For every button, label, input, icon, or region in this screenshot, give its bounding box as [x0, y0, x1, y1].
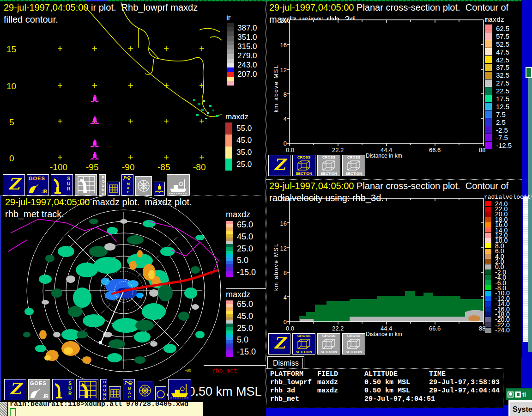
- zeb-z-glyph: Z: [269, 155, 290, 174]
- cross-section-button-active[interactable]: CROSS SECTION: [292, 155, 315, 176]
- buoy-markers: [90, 95, 99, 159]
- terminal-window[interactable]: rain:beaurait:118>xdump.all 970728.0405.…: [0, 401, 203, 416]
- zeb-z-glyph: Z: [269, 334, 290, 352]
- xs1-ytick-20: 20: [275, 17, 287, 24]
- zeb-logo-button[interactable]: Z: [268, 333, 290, 355]
- ship-button[interactable]: [167, 174, 190, 196]
- xs2-ytick-20: 20: [275, 196, 287, 202]
- cube-icon: [347, 160, 361, 171]
- lon-tick-90: -90: [122, 162, 134, 172]
- terminal-scrollbar[interactable]: [0, 402, 8, 416]
- background-window-edge: [528, 69, 532, 352]
- grid-button[interactable]: [108, 182, 120, 196]
- ppi-colorbar1-labels: 65.045.025.05.0-15.0: [237, 220, 256, 277]
- xs2-xtick-22: 22.2: [332, 325, 344, 332]
- lon-tick-100: -100: [50, 162, 67, 172]
- dismiss-button[interactable]: Dismiss: [269, 358, 303, 369]
- cross-section-button[interactable]: CROSS SECTION: [342, 333, 365, 355]
- zeb-logo-button[interactable]: Z: [3, 174, 25, 196]
- radar-antenna-icon: [54, 380, 66, 399]
- sur-label: SUR: [67, 381, 73, 396]
- radar-web-icon: [136, 177, 151, 195]
- cross-section-button[interactable]: CROSS SECTION: [317, 333, 340, 355]
- map-button[interactable]: MAP: [123, 379, 135, 400]
- sur-button[interactable]: SUR: [52, 379, 74, 400]
- desktop: { "shared": { "timestamp": "29-jul-1997,…: [0, 0, 532, 416]
- window-ir-map: 29-jul-1997,04:05:00 ir plot. Rhb_lowprf…: [0, 1, 266, 196]
- goes-ir-button[interactable]: GOES .IR: [28, 379, 50, 400]
- ir-map-canvas[interactable]: [0, 1, 222, 173]
- cross-section-button-active[interactable]: CROSS SECTION: [292, 333, 315, 355]
- buoy-button[interactable]: [154, 182, 165, 196]
- xs2-ytick-0: 0: [275, 318, 287, 325]
- zeb-logo-button[interactable]: Z: [4, 379, 26, 400]
- platform-info-window: PLATFORM FIELD ALTITUDE TIME rhb_lowprf …: [266, 368, 503, 408]
- sur-button[interactable]: SUR: [51, 174, 73, 196]
- ship-track-endpoint: [99, 341, 102, 344]
- bounds-button[interactable]: BOUNDS: [100, 379, 107, 400]
- ppi-colorbar2-title: maxdz: [226, 288, 266, 300]
- lat-tick-0: 0: [9, 153, 14, 164]
- ship-icon: [167, 175, 189, 195]
- window-xsection-radialvelocity: 29-jul-1997,04:05:00 Planar cross-sectio…: [266, 179, 522, 357]
- terminal-cursor: [10, 408, 16, 416]
- info-row: rhb_lowprf maxdz 0.50 km MSL 29-Jul-97,3…: [266, 379, 503, 387]
- goes-ir-button[interactable]: GOES .IR: [27, 174, 49, 196]
- ppi-canvas[interactable]: [1, 196, 222, 381]
- info-row: rhb_met 29-Jul-97,4:04:51: [266, 395, 503, 404]
- map-icon: [123, 379, 134, 387]
- grid-radar-icon: [75, 175, 97, 195]
- circle-button[interactable]: [155, 386, 166, 400]
- map-button[interactable]: MAP: [121, 174, 133, 196]
- xs2-contour-tan: [468, 315, 480, 322]
- xs2-ytick-16: 16: [275, 220, 287, 227]
- window-doc-icon[interactable]: [515, 392, 521, 398]
- xs1-xlabel: Distance in km: [366, 153, 402, 159]
- xs1-toolbar: Z CROSS SECTION CROSS SECTION CROSS SECT…: [268, 155, 365, 176]
- ship-button[interactable]: [168, 379, 191, 400]
- background-window-titlebar-fragment: [526, 67, 532, 78]
- xs2-xtick-66: 66.6: [429, 325, 441, 332]
- lat-tick-15: 15: [6, 44, 16, 55]
- lon-tick-80: -80: [193, 162, 206, 172]
- xs1-ytick-16: 16: [275, 42, 287, 49]
- xs1-ytick-0: 0: [275, 140, 287, 147]
- xs1-plot[interactable]: [266, 1, 522, 154]
- maxdz-colorbar: 55.0 45.0 35.0 25.0: [225, 122, 252, 171]
- grid-icon: [109, 387, 121, 400]
- window-menu-icon[interactable]: [508, 392, 514, 398]
- ppi-colorbar2-labels: 65.045.025.05.0-15.0: [237, 300, 256, 357]
- info-rows: rhb_lowprf maxdz 0.50 km MSL 29-Jul-97,3…: [266, 379, 503, 404]
- terminal-body[interactable]: rain:beaurait:118>xdump.all 970728.0405.…: [8, 402, 203, 416]
- cross-section-button[interactable]: CROSS SECTION: [317, 155, 340, 176]
- lat-tick-5: 5: [9, 117, 14, 128]
- web-button[interactable]: [137, 381, 153, 400]
- satellite-dish-icon: [28, 183, 39, 194]
- corner-system-window: System: [508, 400, 532, 416]
- ship-icon: [169, 379, 191, 400]
- map-coastlines: [85, 2, 222, 165]
- rhb-met-track-line: [124, 270, 218, 291]
- grid-button[interactable]: [109, 386, 121, 400]
- zeb-logo-button[interactable]: Z: [268, 155, 290, 176]
- survey-grid-button[interactable]: [76, 379, 98, 400]
- window-xsection-maxdz: 29-jul-1997,04:05:00 Planar cross-sectio…: [266, 1, 522, 179]
- xs2-toolbar: Z CROSS SECTION CROSS SECTION CROSS SECT…: [268, 333, 365, 355]
- xs2-xtick-0: 0.0: [286, 325, 294, 332]
- cube-icon: [297, 160, 311, 171]
- cross-section-button[interactable]: CROSS SECTION: [342, 155, 365, 176]
- radar-web-icon: [137, 381, 153, 400]
- xs1-colorbar-title: maxdz: [485, 16, 504, 24]
- xs1-xtick-0: 0.0: [286, 147, 294, 153]
- cube-icon: [297, 338, 311, 349]
- system-button[interactable]: System: [513, 405, 532, 414]
- info-header-time: TIME: [429, 370, 499, 379]
- web-button[interactable]: [135, 176, 152, 196]
- bounds-button[interactable]: BOUNDS: [99, 174, 106, 196]
- xs2-plot[interactable]: [266, 180, 522, 332]
- grid-radar-icon: [77, 379, 98, 400]
- survey-grid-button[interactable]: [75, 174, 97, 196]
- background-window-scrollbar[interactable]: [523, 196, 528, 342]
- buoy-icon: [154, 182, 164, 195]
- bounds-label: BOUNDS: [102, 380, 107, 400]
